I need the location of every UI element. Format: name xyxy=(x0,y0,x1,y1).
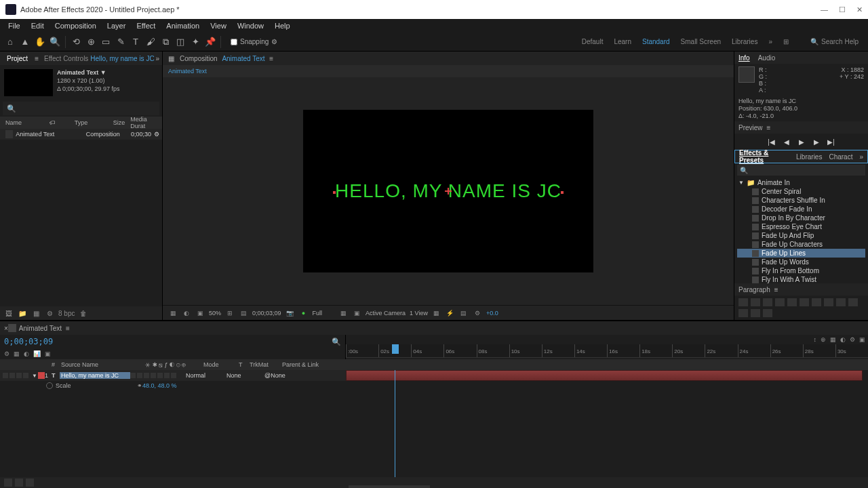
menu-help[interactable]: Help xyxy=(269,22,296,30)
current-time[interactable]: 0;00;03;09 xyxy=(4,337,53,346)
character-tab[interactable]: Charact xyxy=(829,153,852,161)
workspace-learn[interactable]: Learn xyxy=(614,38,631,45)
tl-tool-icon3[interactable]: ▦ xyxy=(830,336,836,343)
close-button[interactable]: ✕ xyxy=(856,5,863,14)
track-matte-select[interactable]: None xyxy=(226,372,264,379)
graph-editor-icon[interactable]: 📊 xyxy=(33,350,41,357)
justify-right-icon[interactable] xyxy=(800,298,809,306)
fast-preview-icon[interactable]: ⚡ xyxy=(446,308,455,318)
workspace-reset-icon[interactable]: ⊞ xyxy=(783,38,789,45)
project-tab[interactable]: Project xyxy=(3,55,32,62)
flowchart-icon[interactable]: ⚙ xyxy=(473,308,482,318)
text-layer-hello[interactable]: Hello, my name is JC xyxy=(335,180,561,202)
ep-overflow-icon[interactable]: » xyxy=(859,153,863,161)
workspace-small-screen[interactable]: Small Screen xyxy=(681,38,721,45)
effects-folder-animate-in[interactable]: ▼ 📁 Animate In xyxy=(737,178,865,187)
preview-menu-icon[interactable]: ≡ xyxy=(767,124,771,131)
home-icon[interactable]: ⌂ xyxy=(4,36,16,48)
first-frame-icon[interactable]: |◀ xyxy=(767,137,776,146)
new-comp-icon[interactable]: ▦ xyxy=(31,308,41,318)
workspace-overflow-icon[interactable]: » xyxy=(768,38,772,45)
layer-row-1[interactable]: ▼ 1 T Hello, my name is JC Normal None @… xyxy=(0,370,346,381)
view-select[interactable]: 1 View xyxy=(410,310,428,317)
draft-3d-icon[interactable]: ▣ xyxy=(45,350,51,357)
clone-tool-icon[interactable]: ⧉ xyxy=(159,36,172,48)
toggle-in-out-icon[interactable] xyxy=(26,479,34,487)
zoom-tool-icon[interactable]: 🔍 xyxy=(49,36,61,48)
transparency-icon[interactable]: ▦ xyxy=(338,308,348,318)
preview-tab[interactable]: Preview xyxy=(738,124,763,131)
preset-item[interactable]: Center Spiral xyxy=(737,187,865,196)
scale-value[interactable]: 48.0, 48.0 % xyxy=(142,382,177,389)
type-tool-icon[interactable]: T xyxy=(130,36,142,48)
preset-item[interactable]: Fly In From Bottom xyxy=(737,266,865,275)
indent-right-icon[interactable] xyxy=(836,298,846,306)
preset-item[interactable]: Fade Up Lines xyxy=(737,249,865,258)
blend-mode-select[interactable]: Normal xyxy=(186,372,218,379)
stopwatch-icon[interactable] xyxy=(46,382,53,389)
project-search[interactable]: 🔍 xyxy=(3,102,159,115)
search-help-input[interactable]: Search Help xyxy=(821,38,859,45)
playhead-indicator[interactable] xyxy=(392,344,399,354)
panel-overflow-icon[interactable]: » xyxy=(155,55,159,62)
layer-color-tag[interactable] xyxy=(38,372,45,379)
project-row-animated-text[interactable]: Animated Text Composition 0;00;30 ⚙ xyxy=(0,129,162,140)
space-before-icon[interactable] xyxy=(738,309,748,317)
audio-tab[interactable]: Audio xyxy=(758,54,776,62)
roto-tool-icon[interactable]: ✦ xyxy=(189,36,201,48)
parent-select[interactable]: None xyxy=(271,372,311,379)
eraser-tool-icon[interactable]: ◫ xyxy=(174,36,186,48)
pixel-aspect-icon[interactable]: ▦ xyxy=(432,308,441,318)
video-toggle-icon[interactable] xyxy=(3,373,8,378)
menu-layer[interactable]: Layer xyxy=(102,22,132,30)
brush-tool-icon[interactable]: 🖌 xyxy=(144,36,157,48)
timeline-menu-icon[interactable]: ≡ xyxy=(66,325,70,332)
frame-blend-icon[interactable]: ▦ xyxy=(14,350,20,357)
label-col-icon[interactable]: 🏷 xyxy=(47,119,58,126)
camera-select[interactable]: Active Camera xyxy=(366,310,406,317)
3d-icon[interactable]: ▣ xyxy=(352,308,361,318)
guides-icon[interactable]: ▤ xyxy=(239,308,248,318)
tl-tool-icon5[interactable]: ⚙ xyxy=(850,336,855,343)
prev-frame-icon[interactable]: ◀ xyxy=(782,137,791,146)
layer-duration-bar[interactable] xyxy=(346,370,863,381)
playhead-line[interactable] xyxy=(395,370,395,477)
effect-controls-tab[interactable]: Effect Controls Hello, my name is JC xyxy=(44,55,155,62)
snapping-toggle[interactable]: Snapping ⚙ xyxy=(231,38,277,45)
preset-item[interactable]: Decoder Fade In xyxy=(737,205,865,214)
time-display[interactable]: 0;00;03;09 xyxy=(252,310,281,317)
grid-icon[interactable]: ⊞ xyxy=(225,308,235,318)
workspace-default[interactable]: Default xyxy=(582,38,604,45)
preset-item[interactable]: Fade Up Words xyxy=(737,258,865,266)
indent-first-icon[interactable] xyxy=(848,298,858,306)
row-settings-icon[interactable]: ⚙ xyxy=(154,131,159,138)
justify-all-icon[interactable] xyxy=(812,298,821,306)
preset-item[interactable]: Espresso Eye Chart xyxy=(737,222,865,231)
menu-window[interactable]: Window xyxy=(232,22,269,30)
snapping-options-icon[interactable]: ⚙ xyxy=(271,38,277,45)
justify-center-icon[interactable] xyxy=(787,298,797,306)
comp-breadcrumb[interactable]: Animated Text xyxy=(168,68,207,75)
workspace-libraries[interactable]: Libraries xyxy=(732,38,757,45)
menu-view[interactable]: View xyxy=(205,22,232,30)
menu-composition[interactable]: Composition xyxy=(50,22,102,30)
shy-icon[interactable]: ⚙ xyxy=(4,350,9,357)
menu-animation[interactable]: Animation xyxy=(161,22,205,30)
timeline-icon[interactable]: ▤ xyxy=(459,308,469,318)
orbit-tool-icon[interactable]: ⟲ xyxy=(70,36,82,48)
info-tab[interactable]: Info xyxy=(738,54,750,62)
timeline-search-icon[interactable]: 🔍 xyxy=(332,338,341,346)
preset-item[interactable]: Characters Shuffle In xyxy=(737,196,865,205)
rectangle-tool-icon[interactable]: ▭ xyxy=(100,36,112,48)
layer-twirl-icon[interactable]: ▼ xyxy=(31,373,38,379)
paragraph-tab[interactable]: Paragraph xyxy=(738,286,770,293)
resolution-select[interactable]: Full xyxy=(313,310,323,317)
puppet-tool-icon[interactable]: 📌 xyxy=(204,36,216,48)
timeline-zoom-slider[interactable] xyxy=(349,485,430,488)
effects-presets-tab[interactable]: Effects & Presets xyxy=(739,149,789,164)
align-right-icon[interactable] xyxy=(763,298,772,306)
mask-icon[interactable]: ◐ xyxy=(182,308,191,318)
tl-tool-icon[interactable]: ↕ xyxy=(814,336,817,343)
pan-behind-tool-icon[interactable]: ⊕ xyxy=(85,36,97,48)
tab-menu-icon[interactable]: ≡ xyxy=(269,55,273,62)
